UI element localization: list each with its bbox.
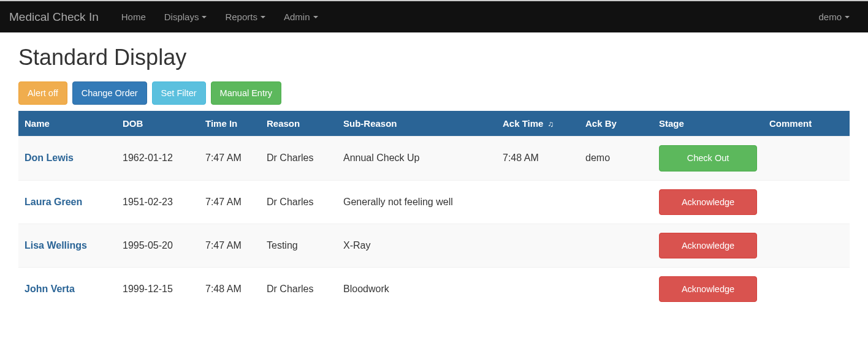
main-container: Standard Display Alert off Change Order … <box>0 32 868 323</box>
brand[interactable]: Medical Check In <box>9 10 106 24</box>
checkin-table: Name DOB Time In Reason Sub-Reason Ack T… <box>18 111 850 311</box>
alert-off-button[interactable]: Alert off <box>18 81 67 105</box>
patient-name-link[interactable]: Laura Green <box>25 197 82 207</box>
cell-name: Laura Green <box>18 180 116 224</box>
nav-user-label: demo <box>818 12 842 22</box>
cell-reason: Dr Charles <box>261 268 337 311</box>
acknowledge-button[interactable]: Acknowledge <box>659 233 757 258</box>
navbar-left: Medical Check In Home Displays Reports A… <box>9 10 327 24</box>
cell-comment <box>763 224 850 267</box>
table-header-row: Name DOB Time In Reason Sub-Reason Ack T… <box>18 111 850 137</box>
music-icon: ♫ <box>548 119 554 129</box>
chevron-down-icon <box>202 16 207 18</box>
nav-reports[interactable]: Reports <box>216 12 275 22</box>
table-row: Laura Green1951-02-237:47 AMDr CharlesGe… <box>18 180 850 224</box>
patient-name-link[interactable]: John Verta <box>25 284 75 294</box>
cell-sub-reason: Bloodwork <box>337 268 497 311</box>
cell-ack-time <box>497 180 579 224</box>
header-ack-by[interactable]: Ack By <box>579 111 653 137</box>
cell-time-in: 7:47 AM <box>199 180 261 224</box>
cell-ack-time <box>497 268 579 311</box>
cell-dob: 1999-12-15 <box>116 268 199 311</box>
table-row: Don Lewis1962-01-127:47 AMDr CharlesAnnu… <box>18 137 850 180</box>
nav-displays-label: Displays <box>164 12 199 22</box>
cell-time-in: 7:47 AM <box>199 137 261 180</box>
nav-reports-label: Reports <box>225 12 257 22</box>
nav-admin[interactable]: Admin <box>275 12 327 22</box>
header-name[interactable]: Name <box>18 111 116 137</box>
chevron-down-icon <box>845 16 850 18</box>
cell-name: Don Lewis <box>18 137 116 180</box>
table-row: John Verta1999-12-157:48 AMDr CharlesBlo… <box>18 268 850 311</box>
cell-reason: Testing <box>261 224 337 267</box>
nav-home-label: Home <box>121 12 146 22</box>
cell-stage: Acknowledge <box>653 180 763 224</box>
cell-dob: 1995-05-20 <box>116 224 199 267</box>
cell-ack-by: demo <box>579 137 653 180</box>
check-out-button[interactable]: Check Out <box>659 145 757 171</box>
patient-name-link[interactable]: Don Lewis <box>25 153 74 163</box>
cell-comment <box>763 180 850 224</box>
nav-displays[interactable]: Displays <box>155 12 216 22</box>
cell-ack-time: 7:48 AM <box>497 137 579 180</box>
header-dob[interactable]: DOB <box>116 111 199 137</box>
cell-name: John Verta <box>18 268 116 311</box>
cell-dob: 1951-02-23 <box>116 180 199 224</box>
change-order-button[interactable]: Change Order <box>72 81 147 105</box>
cell-ack-by <box>579 180 653 224</box>
cell-stage: Acknowledge <box>653 224 763 267</box>
header-reason[interactable]: Reason <box>261 111 337 137</box>
cell-sub-reason: Annual Check Up <box>337 137 497 180</box>
page-title: Standard Display <box>18 45 850 70</box>
toolbar: Alert off Change Order Set Filter Manual… <box>18 81 850 105</box>
header-time-in[interactable]: Time In <box>199 111 261 137</box>
header-sub-reason[interactable]: Sub-Reason <box>337 111 497 137</box>
cell-stage: Acknowledge <box>653 268 763 311</box>
navbar-right: demo <box>809 12 859 22</box>
cell-comment <box>763 137 850 180</box>
cell-time-in: 7:48 AM <box>199 268 261 311</box>
set-filter-button[interactable]: Set Filter <box>152 81 206 105</box>
header-ack-time[interactable]: Ack Time ♫ <box>497 111 579 137</box>
cell-name: Lisa Wellings <box>18 224 116 267</box>
table-row: Lisa Wellings1995-05-207:47 AMTestingX-R… <box>18 224 850 267</box>
header-comment[interactable]: Comment <box>763 111 850 137</box>
cell-sub-reason: X-Ray <box>337 224 497 267</box>
cell-ack-by <box>579 224 653 267</box>
acknowledge-button[interactable]: Acknowledge <box>659 189 757 215</box>
acknowledge-button[interactable]: Acknowledge <box>659 276 757 302</box>
patient-name-link[interactable]: Lisa Wellings <box>25 240 87 251</box>
cell-ack-by <box>579 268 653 311</box>
cell-reason: Dr Charles <box>261 180 337 224</box>
nav-user[interactable]: demo <box>809 12 859 22</box>
header-stage[interactable]: Stage <box>653 111 763 137</box>
cell-sub-reason: Generally not feeling well <box>337 180 497 224</box>
cell-reason: Dr Charles <box>261 137 337 180</box>
cell-dob: 1962-01-12 <box>116 137 199 180</box>
nav-admin-label: Admin <box>284 12 310 22</box>
cell-ack-time <box>497 224 579 267</box>
nav-home[interactable]: Home <box>112 12 155 22</box>
chevron-down-icon <box>313 16 318 18</box>
chevron-down-icon <box>261 16 265 18</box>
header-ack-time-label: Ack Time <box>503 118 543 129</box>
cell-time-in: 7:47 AM <box>199 224 261 267</box>
cell-stage: Check Out <box>653 137 763 180</box>
manual-entry-button[interactable]: Manual Entry <box>211 81 281 105</box>
cell-comment <box>763 268 850 311</box>
navbar: Medical Check In Home Displays Reports A… <box>0 1 868 32</box>
